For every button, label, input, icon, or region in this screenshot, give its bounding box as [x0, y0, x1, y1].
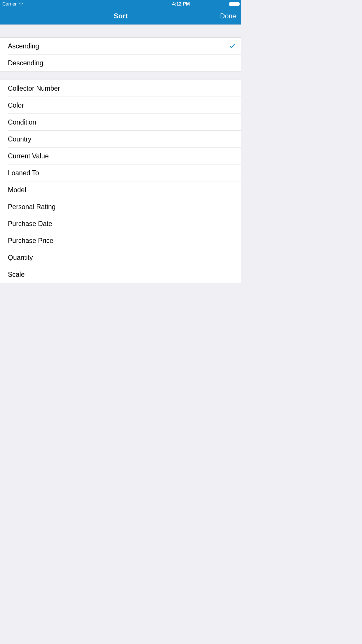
- list-label: Purchase Price: [8, 237, 53, 245]
- sort-field-model[interactable]: Model: [0, 181, 241, 198]
- list-label: Color: [8, 102, 24, 109]
- status-left: Carrier: [2, 1, 24, 7]
- sort-field-quantity[interactable]: Quantity: [0, 249, 241, 266]
- list-label: Country: [8, 135, 31, 143]
- carrier-label: Carrier: [2, 1, 17, 7]
- list-label: Purchase Date: [8, 220, 52, 228]
- sort-direction-list: Ascending Descending: [0, 37, 241, 72]
- list-label: Current Value: [8, 152, 49, 160]
- list-label: Loaned To: [8, 169, 39, 177]
- list-label: Condition: [8, 118, 36, 126]
- battery-icon: [229, 2, 239, 6]
- sort-field-list: Collector Number Color Condition Country…: [0, 80, 241, 283]
- checkmark-icon: [229, 43, 236, 49]
- nav-bar: Sort Done: [0, 8, 241, 24]
- done-button[interactable]: Done: [220, 12, 236, 20]
- sort-field-purchase-price[interactable]: Purchase Price: [0, 232, 241, 249]
- list-label: Quantity: [8, 254, 33, 262]
- wifi-icon: [18, 2, 24, 6]
- nav-title: Sort: [114, 12, 128, 20]
- section-gap: [0, 24, 241, 37]
- sort-field-country[interactable]: Country: [0, 131, 241, 148]
- list-label: Ascending: [8, 42, 39, 50]
- list-label: Model: [8, 186, 26, 194]
- section-gap: [0, 72, 241, 80]
- status-time: 4:12 PM: [172, 1, 190, 7]
- list-label: Personal Rating: [8, 203, 56, 211]
- status-bar: Carrier 4:12 PM: [0, 0, 241, 8]
- content-scroll[interactable]: Ascending Descending Collector Number Co…: [0, 24, 241, 429]
- sort-field-purchase-date[interactable]: Purchase Date: [0, 215, 241, 232]
- list-label: Collector Number: [8, 85, 60, 92]
- sort-field-personal-rating[interactable]: Personal Rating: [0, 198, 241, 215]
- sort-field-scale[interactable]: Scale: [0, 266, 241, 283]
- status-right: [229, 2, 239, 6]
- sort-field-color[interactable]: Color: [0, 97, 241, 114]
- list-label: Descending: [8, 59, 43, 67]
- sort-field-condition[interactable]: Condition: [0, 114, 241, 131]
- sort-field-loaned-to[interactable]: Loaned To: [0, 164, 241, 181]
- sort-direction-ascending[interactable]: Ascending: [0, 38, 241, 55]
- sort-field-current-value[interactable]: Current Value: [0, 148, 241, 164]
- sort-direction-descending[interactable]: Descending: [0, 55, 241, 71]
- sort-field-collector-number[interactable]: Collector Number: [0, 80, 241, 97]
- list-label: Scale: [8, 271, 25, 279]
